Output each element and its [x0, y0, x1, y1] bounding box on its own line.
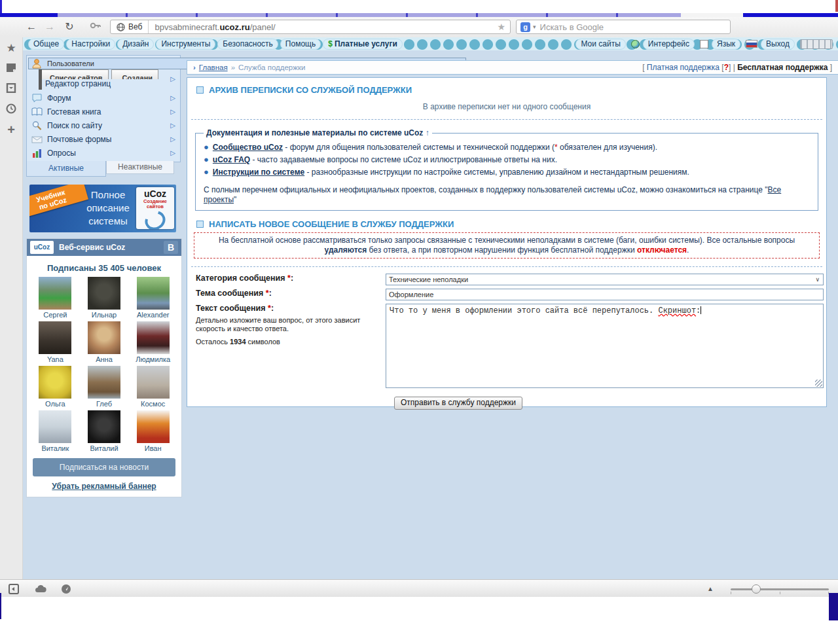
subscriber[interactable]: Ольга [31, 366, 80, 408]
bookmarks-star-icon[interactable]: ★ [5, 43, 17, 54]
avatar[interactable] [88, 321, 120, 354]
menubar-item-logout[interactable]: Выход [761, 39, 795, 50]
notes-icon[interactable] [5, 63, 17, 75]
tab-active-modules[interactable]: Активные [26, 161, 106, 177]
russian-flag-icon[interactable] [746, 40, 757, 48]
message-textarea[interactable]: Что то у меня в оформлении этого сайта в… [386, 304, 824, 388]
avatar[interactable] [88, 277, 120, 310]
address-bar[interactable]: Веб bpvsabminecraft.ucoz.ru/panel/ ★ [110, 20, 511, 34]
subscriber[interactable]: Людмилка [128, 321, 177, 363]
menubar-item[interactable]: Дизайн [117, 39, 154, 50]
vk-logo-icon[interactable]: В [164, 241, 178, 254]
history-clock-icon[interactable] [5, 103, 17, 115]
sidebar-item-mail-forms[interactable]: Почтовые формы ▷ [28, 132, 179, 146]
avatar[interactable] [39, 321, 71, 354]
menubar-item[interactable]: Помощь [280, 39, 321, 50]
tab-inactive-modules[interactable]: Неактивные [106, 161, 174, 174]
avatar[interactable] [39, 410, 71, 443]
avatar[interactable] [137, 321, 170, 354]
chevron-right-icon: ▷ [170, 135, 175, 143]
avatar[interactable] [39, 366, 71, 399]
menubar-item[interactable]: Безопасность [217, 39, 278, 50]
forward-icon[interactable]: → [42, 19, 58, 35]
user-icon [31, 58, 43, 69]
reload-icon[interactable]: ↻ [62, 19, 77, 35]
window-top-strip [0, 0, 838, 13]
help-question-link[interactable]: ? [724, 63, 729, 72]
sidebar-item-forum[interactable]: Форум ▷ [28, 91, 179, 105]
subscriber[interactable]: Виталик [31, 410, 80, 452]
avatar[interactable] [137, 366, 170, 399]
promo-banner[interactable]: Учебникпо uCoz Полноеописаниесистемы uCo… [29, 185, 176, 232]
search-input[interactable]: g ▾ Искать в Google [516, 20, 731, 34]
subject-input[interactable]: Оформление [386, 289, 824, 300]
subscriber-name: Иван [145, 444, 162, 452]
menubar-left: ОбщееНастройкиДизайнИнструментыБезопасно… [28, 39, 323, 50]
window-edge-left [0, 593, 1, 619]
subscriber[interactable]: Глеб [80, 366, 129, 408]
menubar-item-paid-services[interactable]: $ Платные услуги [323, 39, 403, 50]
key-icon[interactable] [88, 19, 103, 35]
subscriber-name: Ольга [45, 400, 65, 408]
subscriber[interactable]: Виталий [80, 410, 129, 452]
glitch-button-create: Создани [111, 69, 159, 79]
speed-dial-icon[interactable] [60, 583, 72, 595]
archive-empty-message: В архиве переписки нет ни одного сообщен… [187, 102, 826, 111]
back-icon[interactable]: ← [24, 19, 39, 35]
banner-title: Полноеописаниесистемы [78, 188, 138, 228]
community-link[interactable]: Сообщество uCoz [213, 143, 283, 152]
menubar-scroll-widget[interactable] [800, 39, 833, 49]
instructions-link[interactable]: Инструкции по системе [213, 168, 304, 177]
zoom-slider[interactable] [731, 584, 829, 594]
subscriber[interactable]: Сергей [31, 277, 80, 319]
menubar-item[interactable]: Настройки [66, 39, 115, 50]
window-corner [0, 0, 2, 13]
sidebar-item-site-search[interactable]: Поиск по сайту ▷ [28, 118, 179, 132]
compose-section-header: НАПИСАТЬ НОВОЕ СООБЩЕНИЕ В СЛУЖБУ ПОДДЕР… [187, 211, 826, 229]
subscriber[interactable]: Космос [128, 366, 177, 408]
tab-tray-icon[interactable] [5, 83, 17, 95]
zoom-slider-track[interactable] [731, 588, 829, 590]
sidebar-item-page-editor[interactable]: Список сайтов Создани Редактор страниц ▷ [28, 69, 179, 91]
avatar[interactable] [88, 366, 120, 399]
remove-banner-link[interactable]: Убрать рекламный баннер [27, 476, 181, 497]
cloud-sync-icon[interactable] [34, 583, 46, 595]
site-identity-badge[interactable]: Веб [111, 20, 149, 33]
zoom-menu-icon[interactable]: ▲ [707, 585, 714, 592]
subscriber[interactable]: Ильнар [80, 277, 129, 319]
menubar-item-language[interactable]: Язык [712, 39, 740, 50]
add-panel-icon[interactable]: + [5, 124, 17, 135]
avatar[interactable] [39, 277, 71, 310]
search-engine-caret-icon[interactable]: ▾ [533, 24, 536, 30]
avatar[interactable] [137, 277, 170, 310]
resize-grip[interactable] [815, 380, 822, 387]
avatar[interactable] [88, 410, 120, 443]
bookmark-star-icon[interactable]: ★ [497, 22, 510, 32]
avatar[interactable] [137, 410, 170, 443]
menubar-item[interactable]: Инструменты [156, 39, 215, 50]
support-content: АРХИВ ПЕРЕПИСКИ СО СЛУЖБОЙ ПОДДЕРЖКИ В а… [187, 77, 827, 407]
panel-toggle-icon[interactable] [8, 583, 20, 595]
dollar-icon: $ [328, 39, 333, 49]
ucoz-logo: uCoz [30, 241, 54, 254]
paid-support-link[interactable]: Платная поддержка [647, 63, 720, 72]
subscribe-button[interactable]: Подписаться на новости [33, 458, 175, 476]
faq-link[interactable]: uCoz FAQ [213, 155, 250, 164]
zoom-slider-handle[interactable] [752, 584, 761, 594]
subscriber[interactable]: Alexander [128, 277, 177, 319]
subscriber[interactable]: Yana [31, 321, 80, 363]
interface-checkbox[interactable] [700, 40, 708, 48]
category-select[interactable]: Технические неполадки ∨ [386, 274, 824, 285]
browser-toolbar: ← → ↻ Веб bpvsabminecraft.ucoz.ru/panel/… [0, 17, 838, 38]
sidebar-item-polls[interactable]: Опросы ▷ [28, 146, 179, 160]
forum-icon [31, 93, 43, 103]
menubar-item[interactable]: Общее [28, 39, 64, 50]
send-to-support-button[interactable]: Отправить в службу поддержки [394, 397, 522, 410]
sidebar-item-guestbook[interactable]: Гостевая книга ▷ [28, 105, 179, 118]
subscriber[interactable]: Иван [128, 410, 177, 452]
menubar-item-my-sites[interactable]: Мои сайты [575, 39, 625, 50]
breadcrumb-home-link[interactable]: Главная [199, 63, 228, 71]
menubar-item-interface[interactable]: Интерфейс [643, 39, 695, 50]
collapse-up-icon[interactable]: ↑ [426, 128, 429, 137]
subscriber[interactable]: Анна [80, 321, 129, 363]
